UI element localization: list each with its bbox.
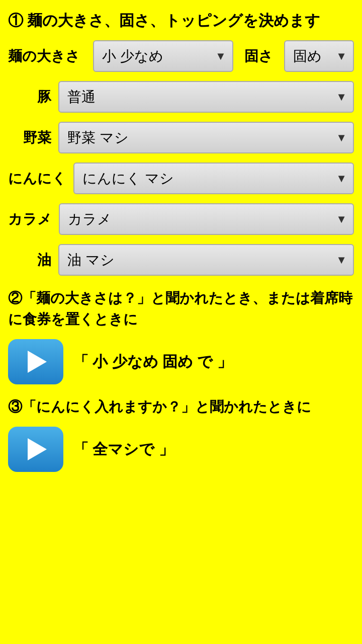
garlic-select-wrapper: にんにく マシ 普通 にんにく マシマシ なし ▼ [73,163,354,194]
noodle-size-select[interactable]: 小 少なめ 小 普通 大 [93,40,233,72]
section3-speech-text: 「 全マシで 」 [73,439,174,460]
noodle-size-select-wrapper: 小 少なめ 小 普通 大 ▼ [93,40,233,72]
garlic-select[interactable]: にんにく マシ 普通 にんにく マシマシ なし [73,163,354,194]
spicy-select-wrapper: カラメ 普通 カラメ マシ カラメ マシマシ ▼ [59,203,354,235]
pork-label: 豚 [8,88,58,107]
noodle-size-label: 麺の大きさ [8,47,87,66]
hardness-select[interactable]: 固め 普通 柔らかめ [284,40,354,72]
garlic-row: にんにく にんにく マシ 普通 にんにく マシマシ なし ▼ [8,163,354,194]
noodle-row: 麺の大きさ 小 少なめ 小 普通 大 ▼ 固さ 固め 普通 柔らかめ ▼ [8,40,354,72]
section1-title: ① 麺の大きさ、固さ、トッピングを決めます [8,10,354,31]
veggie-label: 野菜 [8,128,58,147]
section3-title: ③「にんにく入れますか？」と聞かれたときに [8,396,354,418]
section2-play-button[interactable] [8,339,63,384]
spicy-label: カラメ [8,210,59,229]
section2-speech-text: 「 小 少なめ 固め で 」 [73,352,232,372]
pork-row: 豚 普通 マシ マシマシ 少なめ ▼ [8,81,354,113]
garlic-label: にんにく [8,169,73,188]
veggie-select-wrapper: 野菜 マシ 普通 野菜 マシマシ 少なめ ▼ [58,122,354,153]
spicy-row: カラメ カラメ 普通 カラメ マシ カラメ マシマシ ▼ [8,203,354,235]
section2-title: ②「麺の大きさは？」と聞かれたとき、または着席時に食券を置くときに [8,288,354,330]
hardness-select-wrapper: 固め 普通 柔らかめ ▼ [284,40,354,72]
pork-select-wrapper: 普通 マシ マシマシ 少なめ ▼ [58,81,354,113]
oil-select[interactable]: 油 マシ 普通 油 マシマシ 少なめ [58,244,354,276]
spicy-select[interactable]: カラメ 普通 カラメ マシ カラメ マシマシ [59,203,354,235]
hardness-label: 固さ [239,47,278,66]
section3-play-button[interactable] [8,427,63,472]
oil-row: 油 油 マシ 普通 油 マシマシ 少なめ ▼ [8,244,354,276]
oil-select-wrapper: 油 マシ 普通 油 マシマシ 少なめ ▼ [58,244,354,276]
section3-play-row: 「 全マシで 」 [8,427,354,472]
section2-play-row: 「 小 少なめ 固め で 」 [8,339,354,384]
pork-select[interactable]: 普通 マシ マシマシ 少なめ [58,81,354,113]
veggie-select[interactable]: 野菜 マシ 普通 野菜 マシマシ 少なめ [58,122,354,153]
veggie-row: 野菜 野菜 マシ 普通 野菜 マシマシ 少なめ ▼ [8,122,354,153]
oil-label: 油 [8,251,58,270]
play-triangle-icon-2 [28,438,47,460]
play-triangle-icon [28,351,47,373]
